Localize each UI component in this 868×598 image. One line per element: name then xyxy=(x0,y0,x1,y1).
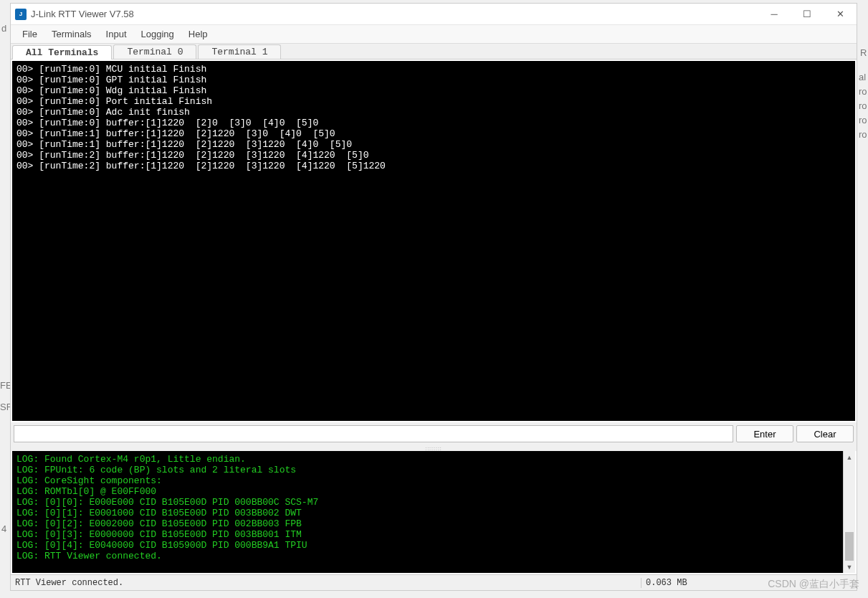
maximize-icon: ☐ xyxy=(803,9,811,19)
bg-text: 4 xyxy=(1,523,6,534)
splitter-handle[interactable]: :::::::: xyxy=(11,445,857,451)
tab-terminal-0[interactable]: Terminal 0 xyxy=(113,44,196,59)
window-controls: ─ ☐ ✕ xyxy=(758,4,857,25)
minimize-icon: ─ xyxy=(771,9,777,19)
menu-file[interactable]: File xyxy=(15,27,44,42)
bg-text: ro xyxy=(859,129,867,140)
scroll-thumb[interactable] xyxy=(845,532,854,561)
clear-button[interactable]: Clear xyxy=(796,425,854,442)
scroll-up-icon[interactable]: ▲ xyxy=(844,451,855,463)
scroll-down-icon[interactable]: ▼ xyxy=(844,561,855,573)
close-icon: ✕ xyxy=(836,9,844,19)
bg-text: d xyxy=(1,23,6,34)
close-button[interactable]: ✕ xyxy=(824,4,857,25)
bg-text: ro xyxy=(859,86,867,97)
bg-text: ro xyxy=(859,100,867,111)
menu-logging[interactable]: Logging xyxy=(134,27,181,42)
tab-terminal-1[interactable]: Terminal 1 xyxy=(198,44,281,59)
menu-bar: File Terminals Input Logging Help xyxy=(11,25,857,44)
bg-text: al xyxy=(859,72,866,82)
app-icon: J xyxy=(15,9,27,20)
main-window: J J-Link RTT Viewer V7.58 ─ ☐ ✕ File Ter… xyxy=(10,3,857,591)
status-bar: RTT Viewer connected. 0.063 MB xyxy=(11,574,857,590)
status-message: RTT Viewer connected. xyxy=(11,578,642,588)
maximize-button[interactable]: ☐ xyxy=(791,4,824,25)
enter-button[interactable]: Enter xyxy=(736,425,793,442)
menu-terminals[interactable]: Terminals xyxy=(44,27,99,42)
log-panel-wrap: LOG: Found Cortex-M4 r0p1, Little endian… xyxy=(12,451,855,573)
bg-text: ro xyxy=(859,115,867,125)
log-scrollbar[interactable]: ▲ ▼ xyxy=(843,451,855,573)
window-title: J-Link RTT Viewer V7.58 xyxy=(31,9,758,19)
menu-input[interactable]: Input xyxy=(99,27,134,42)
menu-help[interactable]: Help xyxy=(181,27,215,42)
status-size: 0.063 MB xyxy=(642,578,857,588)
input-row: Enter Clear xyxy=(11,422,857,445)
tab-all-terminals[interactable]: All Terminals xyxy=(12,45,112,60)
log-output[interactable]: LOG: Found Cortex-M4 r0p1, Little endian… xyxy=(12,451,843,573)
title-bar: J J-Link RTT Viewer V7.58 ─ ☐ ✕ xyxy=(11,4,857,25)
bg-text: R xyxy=(860,47,867,58)
tab-strip: All Terminals Terminal 0 Terminal 1 xyxy=(11,44,857,60)
minimize-button[interactable]: ─ xyxy=(758,4,791,25)
terminal-output[interactable]: 00> [runTime:0] MCU initial Finish 00> [… xyxy=(12,61,855,421)
command-input[interactable] xyxy=(14,425,733,442)
